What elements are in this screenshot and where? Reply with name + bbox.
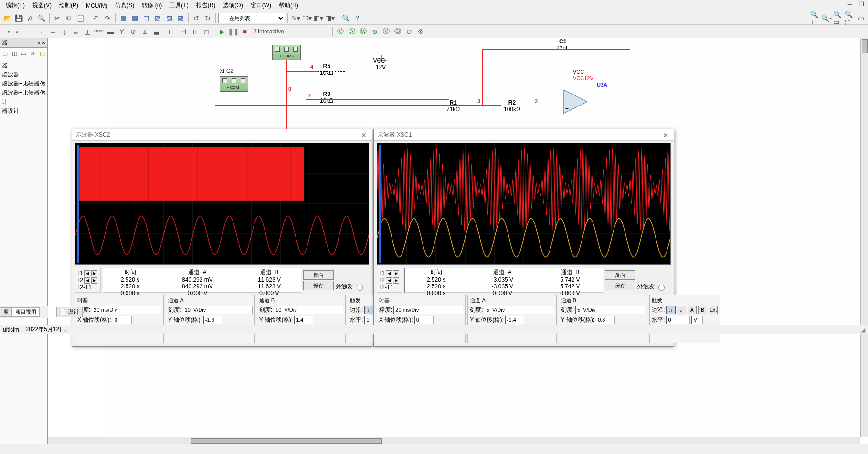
scope2-reverse-button[interactable]: 反向 <box>303 270 334 280</box>
menu-window[interactable]: 窗口(W) <box>247 0 275 11</box>
grid3-icon[interactable]: ▥ <box>141 13 151 23</box>
print-icon[interactable]: 🖨 <box>25 13 35 23</box>
t2-right-icon[interactable]: ▶ <box>91 277 97 284</box>
scope2-timebase-xpos[interactable] <box>113 316 132 324</box>
scope2-close-icon[interactable]: ✕ <box>360 131 368 139</box>
t1-left-icon[interactable]: ◀ <box>386 270 392 276</box>
menu-edit[interactable]: 编辑(E) <box>2 0 29 11</box>
comp4-icon[interactable]: ⫟ <box>36 26 47 37</box>
probe-ref-icon[interactable]: ⊖ <box>404 26 414 37</box>
grid4-icon[interactable]: ▧ <box>152 13 163 23</box>
scope1-timebase-xpos[interactable] <box>414 316 434 324</box>
scope2-ext-radio[interactable] <box>357 285 363 291</box>
comp9-icon[interactable]: MISC <box>94 26 104 37</box>
scope1-trig-unit[interactable] <box>691 316 703 324</box>
cut-icon[interactable]: ✂ <box>52 13 63 23</box>
zoom-in-icon[interactable]: 🔍+ <box>810 13 820 23</box>
scope2-timebase-scale[interactable] <box>92 306 161 314</box>
t1-right-icon[interactable]: ▶ <box>393 270 399 276</box>
scope1-cha-scale[interactable] <box>485 306 554 314</box>
probe-a-icon[interactable]: Ⓐ <box>347 26 357 37</box>
tree-item[interactable]: 虑波器 <box>2 70 45 79</box>
scope1-save-button[interactable]: 保存 <box>605 281 635 290</box>
scope1-trig-level[interactable] <box>666 316 690 324</box>
grid5-icon[interactable]: ▨ <box>164 13 174 23</box>
comp10-icon[interactable]: ▬ <box>105 26 116 37</box>
scope1-close-icon[interactable]: ✕ <box>661 131 670 139</box>
design-tree[interactable]: 器 虑波器 虑波器+比较器仿真 虑波器+比较器仿 计 器设计 <box>0 59 47 117</box>
grid6-icon[interactable]: ▩ <box>175 13 186 23</box>
zoom-fit-icon[interactable]: 🔍 <box>340 13 351 23</box>
scope1-edge-fall-icon[interactable]: ⎎ <box>677 306 686 314</box>
menu-place[interactable]: 绘制(P) <box>55 0 82 11</box>
tree-btn5-icon[interactable]: ◱ <box>38 49 46 58</box>
panel-undock-icon[interactable]: ▫ <box>38 40 40 46</box>
scope2-cha-scale[interactable] <box>183 306 253 314</box>
comp2-icon[interactable]: ⟜ <box>13 26 24 37</box>
paste-icon[interactable]: 📋 <box>75 13 85 23</box>
undo-icon[interactable]: ↶ <box>91 13 101 23</box>
probe3-icon[interactable]: ◧▾ <box>313 13 324 23</box>
tree-btn1-icon[interactable]: ▢ <box>1 49 9 58</box>
canvas-scrollbar-horizontal[interactable] <box>48 437 860 444</box>
probe4-icon[interactable]: ◨▾ <box>325 13 335 23</box>
scope1-trig-ext[interactable]: Ext <box>709 306 718 314</box>
probe-w-icon[interactable]: Ⓦ <box>358 26 369 37</box>
scope1-trig-a[interactable]: A <box>688 306 697 314</box>
save-icon[interactable]: 💾 <box>13 13 24 23</box>
bus4-icon[interactable]: ⊓ <box>201 26 212 37</box>
oscilloscope-xsc2-window[interactable]: 示波器-XSC2 ✕ T1◀▶ T2◀▶ T2-T1 时间 <box>72 129 372 347</box>
t2-left-icon[interactable]: ◀ <box>84 277 90 284</box>
comp14-icon[interactable]: ⬓ <box>151 26 161 37</box>
menu-options[interactable]: 选项(O) <box>219 0 246 11</box>
scope1-reverse-button[interactable]: 反向 <box>605 270 635 280</box>
bus1-icon[interactable]: ⊢ <box>167 26 177 37</box>
comp8-icon[interactable]: ◫ <box>82 26 93 37</box>
comp1-icon[interactable]: ⊸ <box>2 26 12 37</box>
probe1-icon[interactable]: ✎▾ <box>290 13 301 23</box>
tab-project[interactable]: 项目视图 <box>12 307 40 317</box>
menu-simulate[interactable]: 仿真(S) <box>111 0 138 11</box>
scope2-cha-ypos[interactable] <box>203 316 222 324</box>
probe-settings-icon[interactable]: ⚙ <box>415 26 426 37</box>
stop-icon[interactable]: ■ <box>240 26 250 37</box>
minimize-icon[interactable]: ─ <box>845 0 855 9</box>
grid1-icon[interactable]: ▦ <box>118 13 128 23</box>
redo-icon[interactable]: ↷ <box>102 13 113 23</box>
comp6-icon[interactable]: ⏚ <box>59 26 70 37</box>
preview-icon[interactable]: 🔍 <box>36 13 47 23</box>
menu-help[interactable]: 帮助(H) <box>275 0 302 11</box>
comp11-icon[interactable]: Y <box>116 26 127 37</box>
menu-tools[interactable]: 工具(T) <box>166 0 192 11</box>
scope2-edge-rise-icon[interactable]: ⎍ <box>364 306 373 314</box>
tree-btn3-icon[interactable]: ▭ <box>20 49 28 58</box>
in-use-list-combo[interactable]: --- 在用列表 --- <box>218 13 285 23</box>
oscilloscope-xsc1-window[interactable]: 示波器-XSC1 ✕ T1◀▶ T2◀▶ T2-T1 时间通道_A通道_B 2.… <box>373 129 674 347</box>
comp3-icon[interactable]: ⫞ <box>25 26 35 37</box>
menu-view[interactable]: 视图(V) <box>29 0 55 11</box>
rotate-right-icon[interactable]: ↻ <box>202 13 213 23</box>
restore-icon[interactable]: ❐ <box>857 0 866 9</box>
scope1-edge-rise-icon[interactable]: ⎍ <box>666 306 675 314</box>
comp12-icon[interactable]: ⊕ <box>128 26 138 37</box>
help-icon[interactable]: ? <box>352 13 362 23</box>
comp13-icon[interactable]: ⫫ <box>139 26 150 37</box>
scope1-trig-b[interactable]: B <box>698 306 707 314</box>
comp5-icon[interactable]: ⫠ <box>48 26 58 37</box>
bus2-icon[interactable]: ⊣ <box>178 26 189 37</box>
bus3-icon[interactable]: н <box>190 26 200 37</box>
t1-left-icon[interactable]: ◀ <box>84 270 90 276</box>
scope2-screen[interactable] <box>75 143 369 265</box>
zoom-sel-icon[interactable]: 🔍⬚ <box>844 13 855 23</box>
status-resize-icon[interactable]: ◢ <box>861 327 865 333</box>
scope2-save-button[interactable]: 保存 <box>303 281 334 290</box>
tree-item[interactable]: 器设计 <box>2 106 45 116</box>
open-icon[interactable]: 📂 <box>2 13 12 23</box>
panel-close-icon[interactable]: × <box>42 40 45 46</box>
probe-mix-icon[interactable]: ⊕ <box>370 26 380 37</box>
tab-layer[interactable]: 度 <box>0 307 12 317</box>
scope1-timebase-scale[interactable] <box>393 306 463 314</box>
tree-item[interactable]: 虑波器+比较器仿 <box>2 88 45 97</box>
comp7-icon[interactable]: ⏛ <box>71 26 81 37</box>
tab-design[interactable]: 📄 设计 <box>56 307 83 317</box>
